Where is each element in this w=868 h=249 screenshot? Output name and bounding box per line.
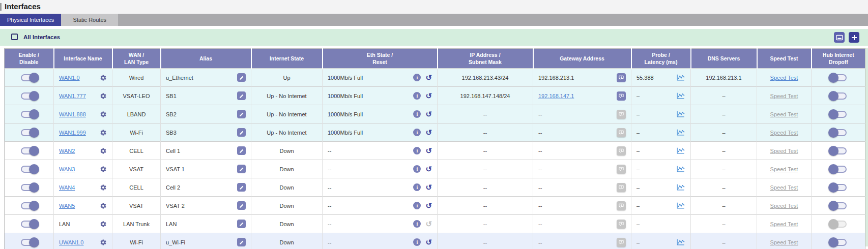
ping-gateway-icon[interactable] <box>617 73 626 82</box>
reset-icon[interactable]: ↺ <box>425 147 432 154</box>
hub-dropoff-toggle[interactable] <box>830 74 847 81</box>
edit-alias-icon[interactable] <box>237 183 246 192</box>
hub-dropoff-toggle[interactable] <box>830 111 847 118</box>
edit-alias-icon[interactable] <box>237 128 246 137</box>
interface-name-link[interactable]: WAN5 <box>59 203 75 209</box>
hub-dropoff-toggle[interactable] <box>830 221 847 228</box>
info-icon[interactable]: i <box>413 110 421 118</box>
enable-toggle[interactable] <box>21 239 37 246</box>
enable-toggle[interactable] <box>21 202 37 209</box>
latency-chart-icon[interactable] <box>676 110 685 118</box>
ping-gateway-icon[interactable] <box>617 201 626 210</box>
gateway-link[interactable]: 192.168.147.1 <box>538 93 574 99</box>
gear-icon[interactable] <box>100 74 107 81</box>
gear-icon[interactable] <box>100 92 107 100</box>
latency-chart-icon[interactable] <box>676 92 685 100</box>
interface-name-link[interactable]: WAN1.999 <box>59 130 86 136</box>
gear-icon[interactable] <box>100 166 107 173</box>
enable-toggle[interactable] <box>21 166 37 173</box>
enable-toggle[interactable] <box>21 129 37 136</box>
hub-dropoff-toggle[interactable] <box>830 239 847 246</box>
add-interface-button[interactable] <box>849 32 859 43</box>
ping-gateway-icon[interactable] <box>617 165 626 174</box>
edit-alias-icon[interactable] <box>237 73 246 82</box>
enable-toggle[interactable] <box>21 92 37 100</box>
info-icon[interactable]: i <box>413 238 421 246</box>
ping-gateway-icon[interactable] <box>617 220 626 229</box>
speed-test-link[interactable]: Speed Test <box>770 166 798 172</box>
speed-test-link[interactable]: Speed Test <box>770 111 798 117</box>
info-icon[interactable]: i <box>413 147 421 154</box>
latency-chart-icon[interactable] <box>676 147 685 154</box>
reset-icon[interactable]: ↺ <box>425 220 432 228</box>
ping-gateway-icon[interactable] <box>617 128 626 137</box>
hub-dropoff-toggle[interactable] <box>830 92 847 100</box>
speed-test-link[interactable]: Speed Test <box>770 203 798 209</box>
interface-name-link[interactable]: WAN1.888 <box>59 111 86 117</box>
speed-test-link[interactable]: Speed Test <box>770 75 798 81</box>
latency-chart-icon[interactable] <box>676 165 685 173</box>
edit-alias-icon[interactable] <box>237 165 246 173</box>
gear-icon[interactable] <box>100 129 107 136</box>
enable-toggle[interactable] <box>21 111 37 118</box>
latency-chart-icon[interactable] <box>676 202 685 209</box>
info-icon[interactable]: i <box>413 220 421 228</box>
edit-alias-icon[interactable] <box>237 146 246 155</box>
ping-gateway-icon[interactable] <box>617 91 626 101</box>
gear-icon[interactable] <box>100 111 107 118</box>
interface-name-link[interactable]: WAN1.777 <box>59 93 86 99</box>
hub-dropoff-toggle[interactable] <box>830 202 847 209</box>
enable-toggle[interactable] <box>21 147 37 154</box>
hub-dropoff-toggle[interactable] <box>830 147 847 154</box>
reset-icon[interactable]: ↺ <box>425 92 432 100</box>
edit-alias-icon[interactable] <box>237 91 246 100</box>
reset-icon[interactable]: ↺ <box>425 74 432 81</box>
latency-chart-icon[interactable] <box>676 238 685 246</box>
gear-icon[interactable] <box>100 202 107 209</box>
reset-icon[interactable]: ↺ <box>425 183 432 191</box>
latency-chart-icon[interactable] <box>676 183 685 191</box>
edit-alias-icon[interactable] <box>237 238 246 246</box>
hub-dropoff-toggle[interactable] <box>830 184 847 191</box>
interface-name-link[interactable]: UWAN1.0 <box>59 239 84 245</box>
info-icon[interactable]: i <box>413 74 421 81</box>
hub-dropoff-toggle[interactable] <box>830 129 847 136</box>
tab-static-routes[interactable]: Static Routes <box>61 14 118 26</box>
hub-dropoff-toggle[interactable] <box>830 166 847 173</box>
edit-alias-icon[interactable] <box>237 110 246 118</box>
reset-icon[interactable]: ↺ <box>425 238 432 246</box>
gear-icon[interactable] <box>100 239 107 246</box>
reset-icon[interactable]: ↺ <box>425 110 432 118</box>
info-icon[interactable]: i <box>413 183 421 191</box>
gear-icon[interactable] <box>100 184 107 191</box>
tab-physical-interfaces[interactable]: Physical Interfaces <box>0 14 61 26</box>
enable-toggle[interactable] <box>21 74 37 81</box>
reset-icon[interactable]: ↺ <box>425 165 432 173</box>
info-icon[interactable]: i <box>413 165 421 173</box>
interface-name-link[interactable]: WAN1.0 <box>59 75 80 81</box>
speed-test-link[interactable]: Speed Test <box>770 93 798 99</box>
speed-test-link[interactable]: Speed Test <box>770 148 798 154</box>
speed-test-link[interactable]: Speed Test <box>770 221 798 227</box>
gear-icon[interactable] <box>100 147 107 154</box>
interface-name-link[interactable]: WAN4 <box>59 184 75 191</box>
interface-name-link[interactable]: WAN2 <box>59 148 75 154</box>
ping-gateway-icon[interactable] <box>617 110 626 119</box>
speed-test-link[interactable]: Speed Test <box>770 130 798 136</box>
latency-chart-icon[interactable] <box>676 74 685 81</box>
edit-alias-icon[interactable] <box>237 201 246 210</box>
ping-gateway-icon[interactable] <box>617 146 626 155</box>
reset-icon[interactable]: ↺ <box>425 129 432 136</box>
all-interfaces-checkbox[interactable] <box>11 34 18 40</box>
ping-gateway-icon[interactable] <box>617 238 626 247</box>
info-icon[interactable]: i <box>413 202 421 209</box>
gear-icon[interactable] <box>100 221 107 228</box>
enable-toggle[interactable] <box>21 184 37 191</box>
latency-chart-icon[interactable] <box>676 129 685 136</box>
reset-icon[interactable]: ↺ <box>425 202 432 209</box>
enable-toggle[interactable] <box>21 221 37 228</box>
info-icon[interactable]: i <box>413 92 421 100</box>
card-view-button[interactable] <box>834 32 845 43</box>
interface-name-link[interactable]: WAN3 <box>59 166 75 172</box>
speed-test-link[interactable]: Speed Test <box>770 184 798 191</box>
